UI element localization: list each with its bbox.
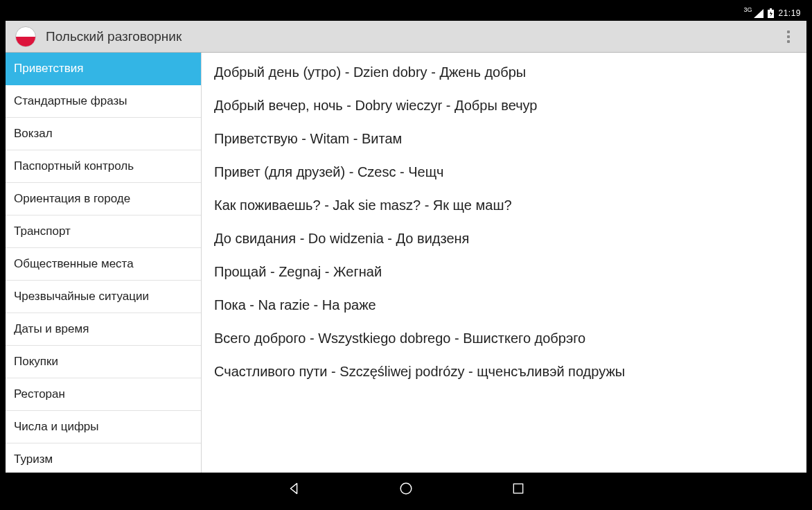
svg-rect-3 — [513, 484, 522, 493]
nav-back-button[interactable] — [279, 474, 308, 503]
sidebar-item[interactable]: Покупки — [6, 346, 201, 378]
phrase-item[interactable]: Как поживаешь? - Jak sie masz? - Як ще м… — [202, 188, 806, 222]
sidebar-item-label: Стандартные фразы — [14, 94, 127, 107]
sidebar-item-label: Туризм — [14, 452, 53, 466]
more-vert-icon — [787, 30, 790, 43]
phrase-item[interactable]: До свидания - Do widzenia - До видзеня — [202, 222, 806, 255]
sidebar-item-label: Приветствия — [14, 62, 84, 75]
poland-flag-icon — [15, 26, 36, 47]
phrase-text: Всего доброго - Wszystkiego dobrego - Вш… — [214, 331, 585, 346]
category-sidebar[interactable]: ПриветствияСтандартные фразыВокзалПаспор… — [6, 53, 202, 473]
phrase-item[interactable]: Добрый вечер, ночь - Dobry wieczyr - Доб… — [202, 89, 806, 122]
sidebar-item[interactable]: Приветствия — [6, 53, 201, 85]
phrase-item[interactable]: Прощай - Zegnaj - Жегнай — [202, 255, 806, 288]
sidebar-item-label: Ресторан — [14, 387, 65, 401]
phrase-item[interactable]: Счастливого пути - Szczęśliwej podrózy -… — [202, 355, 806, 388]
sidebar-item-label: Даты и время — [14, 322, 89, 335]
svg-rect-1 — [770, 8, 772, 10]
sidebar-item[interactable]: Общественные места — [6, 248, 201, 281]
recent-square-icon — [511, 482, 525, 495]
overflow-menu-button[interactable] — [776, 24, 801, 49]
sidebar-item[interactable]: Вокзал — [6, 118, 201, 150]
device-frame: 3G 21:19 Польский разговорник Приветстви… — [6, 6, 806, 504]
phrase-item[interactable]: Добрый день (утро) - Dzien dobry - Джень… — [202, 55, 806, 89]
phrase-text: Добрый вечер, ночь - Dobry wieczyr - Доб… — [214, 98, 537, 113]
sidebar-item-label: Ориентация в городе — [14, 192, 130, 205]
phrase-item[interactable]: Пока - Na razie - На раже — [202, 288, 806, 322]
app-bar: Польский разговорник — [6, 21, 806, 53]
sidebar-item[interactable]: Числа и цифры — [6, 411, 201, 443]
sidebar-item[interactable]: Даты и время — [6, 313, 201, 346]
sidebar-item-label: Числа и цифры — [14, 420, 99, 433]
phrase-text: Прощай - Zegnaj - Жегнай — [214, 264, 382, 279]
sidebar-item-label: Паспортный контроль — [14, 159, 134, 173]
phrase-text: Приветствую - Witam - Витам — [214, 131, 402, 146]
network-type-label: 3G — [743, 7, 752, 13]
svg-point-2 — [400, 483, 412, 494]
home-circle-icon — [398, 481, 414, 496]
sidebar-item-label: Транспорт — [14, 225, 71, 238]
phrase-text: Привет (для друзей) - Czesc - Чещч — [214, 164, 444, 179]
battery-charging-icon — [768, 8, 774, 18]
sidebar-item[interactable]: Стандартные фразы — [6, 85, 201, 118]
nav-recent-button[interactable] — [504, 474, 533, 503]
phrase-text: До свидания - Do widzenia - До видзеня — [214, 231, 469, 246]
status-bar: 3G 21:19 — [6, 6, 806, 21]
status-time: 21:19 — [778, 8, 801, 18]
sidebar-item-label: Покупки — [14, 355, 58, 368]
phrase-list[interactable]: Добрый день (утро) - Dzien dobry - Джень… — [202, 53, 806, 473]
phrase-text: Как поживаешь? - Jak sie masz? - Як ще м… — [214, 197, 512, 213]
nav-home-button[interactable] — [391, 474, 421, 503]
phrase-item[interactable]: Привет (для друзей) - Czesc - Чещч — [202, 155, 806, 188]
back-triangle-icon — [286, 481, 301, 496]
app-title: Польский разговорник — [46, 29, 182, 44]
sidebar-item[interactable]: Паспортный контроль — [6, 150, 201, 183]
phrase-item[interactable]: Всего доброго - Wszystkiego dobrego - Вш… — [202, 322, 806, 355]
sidebar-item-label: Общественные места — [14, 257, 134, 270]
signal-icon — [754, 9, 764, 18]
sidebar-item[interactable]: Туризм — [6, 443, 201, 473]
phrase-text: Добрый день (утро) - Dzien dobry - Джень… — [214, 64, 526, 80]
sidebar-item[interactable]: Ориентация в городе — [6, 183, 201, 216]
phrase-text: Счастливого пути - Szczęśliwej podrózy -… — [214, 364, 625, 379]
sidebar-item-label: Чрезвычайные ситуации — [14, 290, 149, 303]
system-nav-bar — [6, 473, 806, 504]
sidebar-item[interactable]: Ресторан — [6, 378, 201, 411]
sidebar-item[interactable]: Чрезвычайные ситуации — [6, 281, 201, 313]
phrase-text: Пока - Na razie - На раже — [214, 297, 376, 313]
sidebar-item[interactable]: Транспорт — [6, 216, 201, 248]
content-area: ПриветствияСтандартные фразыВокзалПаспор… — [6, 53, 806, 473]
phrase-item[interactable]: Приветствую - Witam - Витам — [202, 122, 806, 155]
sidebar-item-label: Вокзал — [14, 127, 53, 140]
